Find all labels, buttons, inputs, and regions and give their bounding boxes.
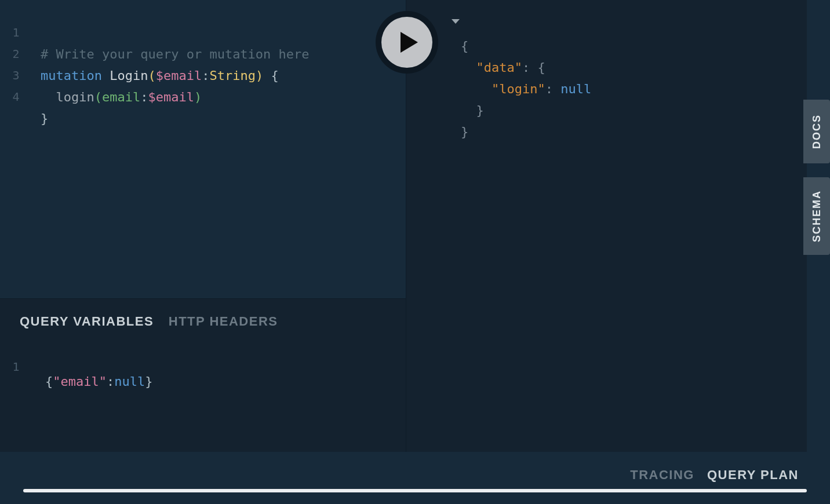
code-paren: )	[194, 90, 202, 104]
code-brace: {	[263, 68, 279, 83]
code-brace: }	[41, 111, 48, 126]
code-null: null	[114, 374, 145, 389]
json-null: null	[560, 82, 591, 96]
json-brace: }	[476, 103, 484, 118]
line-number: 4	[0, 86, 32, 108]
code-paren: )	[256, 68, 263, 83]
code-paren: (	[94, 90, 102, 104]
code-definition: Login	[110, 68, 148, 83]
json-key: "data"	[476, 60, 522, 75]
docs-tab[interactable]: DOCS	[803, 100, 830, 163]
json-brace: {	[537, 60, 545, 75]
footer-tabs: TRACING QUERY PLAN	[0, 452, 830, 498]
tab-query-plan[interactable]: QUERY PLAN	[707, 468, 799, 483]
variables-editor[interactable]: {"email":null}	[45, 360, 152, 389]
json-colon: :	[522, 60, 538, 75]
editor-gutter: 1 2 3 4	[0, 0, 32, 108]
variables-tabs: QUERY VARIABLES HTTP HEADERS	[20, 314, 288, 329]
code-colon: :	[140, 90, 148, 104]
json-brace: {	[461, 39, 468, 53]
execute-query-button[interactable]	[376, 11, 438, 74]
result-json: { "data": { "login": null } }	[461, 14, 591, 143]
line-number: 1	[0, 22, 32, 43]
tab-query-variables[interactable]: QUERY VARIABLES	[20, 314, 154, 329]
code-indent	[41, 90, 56, 104]
code-key: "email"	[53, 374, 107, 389]
code-brace: {	[45, 374, 53, 389]
code-comment: # Write your query or mutation here	[41, 47, 310, 61]
line-number: 1	[0, 360, 32, 374]
schema-tab[interactable]: SCHEMA	[803, 177, 830, 255]
variables-pane: QUERY VARIABLES HTTP HEADERS 1 {"email":…	[0, 298, 406, 452]
code-paren: (	[148, 68, 155, 83]
code-brace: }	[145, 374, 152, 389]
code-variable: $email	[148, 90, 194, 104]
play-icon	[381, 17, 432, 68]
code-field: login	[56, 90, 94, 104]
code-colon: :	[202, 68, 209, 83]
footer-drawer-handle[interactable]	[23, 489, 807, 492]
line-number: 2	[0, 43, 32, 65]
json-brace: }	[461, 125, 468, 139]
tab-tracing[interactable]: TRACING	[630, 468, 694, 483]
variables-gutter: 1	[0, 360, 32, 374]
graphql-playground: 1 2 3 4 # Write your query or mutation h…	[0, 0, 830, 504]
code-colon: :	[107, 374, 114, 389]
code-variable: $email	[156, 68, 202, 83]
result-pane: { "data": { "login": null } }	[406, 0, 807, 452]
code-type: String	[209, 68, 255, 83]
editor-code[interactable]: # Write your query or mutation here muta…	[41, 22, 310, 129]
json-key: "login"	[492, 82, 545, 96]
code-keyword: mutation	[41, 68, 102, 83]
tab-http-headers[interactable]: HTTP HEADERS	[169, 314, 278, 329]
code-arg: email	[102, 90, 140, 104]
query-editor-pane[interactable]: 1 2 3 4 # Write your query or mutation h…	[0, 0, 406, 298]
line-number: 3	[0, 65, 32, 86]
collapse-caret-icon[interactable]	[452, 19, 460, 24]
json-colon: :	[545, 82, 561, 96]
